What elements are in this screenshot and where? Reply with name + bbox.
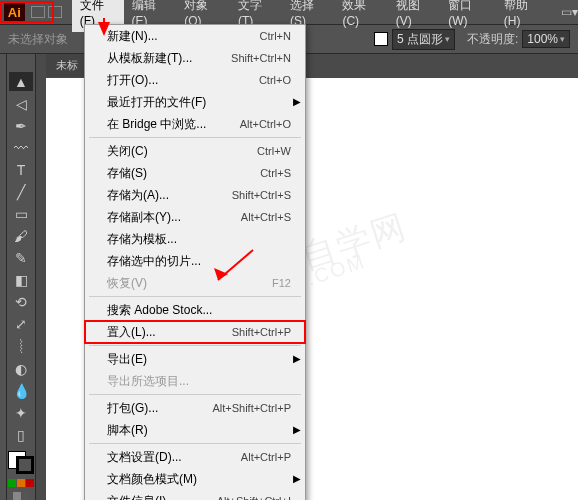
tool-panel: ▲ ◁ ✒ 〰 T ╱ ▭ 🖌 ✎ ◧ ⟲ ⤢ ⦚ ◐ 💧 ✦ ▯: [6, 54, 36, 500]
selection-status: 未选择对象: [8, 31, 68, 48]
stroke-swatch-tool[interactable]: [16, 456, 34, 474]
menu-item-3[interactable]: 最近打开的文件(F)▶: [85, 91, 305, 113]
menu-item-24[interactable]: 文档颜色模式(M)▶: [85, 468, 305, 490]
stroke-field[interactable]: 5 点圆形▾: [374, 29, 455, 50]
rotate-tool[interactable]: ⟲: [9, 293, 33, 312]
menu-item-20[interactable]: 打包(G)...Alt+Shift+Ctrl+P: [85, 397, 305, 419]
fill-stroke-control[interactable]: [8, 451, 34, 474]
eraser-tool[interactable]: ◧: [9, 271, 33, 290]
menu-item-10[interactable]: 存储为模板...: [85, 228, 305, 250]
screen-mode-row[interactable]: [13, 492, 30, 500]
workspace-switcher[interactable]: ▭▾: [561, 5, 578, 19]
color-mode-row[interactable]: [8, 479, 34, 487]
graph-tool[interactable]: ▯: [9, 425, 33, 444]
stroke-swatch[interactable]: [374, 32, 388, 46]
opacity-field[interactable]: 不透明度: 100%▾: [467, 30, 570, 48]
menu-effect[interactable]: 效果(C): [334, 0, 387, 32]
paintbrush-tool[interactable]: 🖌: [9, 227, 33, 246]
menu-help[interactable]: 帮助(H): [496, 0, 549, 32]
document-tab[interactable]: 未标: [46, 54, 88, 77]
menu-view[interactable]: 视图(V): [388, 0, 441, 32]
menu-item-25[interactable]: 文件信息(I)...Alt+Shift+Ctrl+I: [85, 490, 305, 500]
eyedropper-tool[interactable]: 💧: [9, 381, 33, 400]
scale-tool[interactable]: ⤢: [9, 315, 33, 334]
menu-item-11[interactable]: 存储选中的切片...: [85, 250, 305, 272]
rectangle-tool[interactable]: ▭: [9, 204, 33, 223]
menu-window[interactable]: 窗口(W): [440, 0, 496, 32]
opacity-label: 不透明度:: [467, 31, 518, 48]
menu-item-9[interactable]: 存储副本(Y)...Alt+Ctrl+S: [85, 206, 305, 228]
menu-item-21[interactable]: 脚本(R)▶: [85, 419, 305, 441]
menu-item-1[interactable]: 从模板新建(T)...Shift+Ctrl+N: [85, 47, 305, 69]
menu-item-2[interactable]: 打开(O)...Ctrl+O: [85, 69, 305, 91]
menu-item-0[interactable]: 新建(N)...Ctrl+N: [85, 25, 305, 47]
menu-item-23[interactable]: 文档设置(D)...Alt+Ctrl+P: [85, 446, 305, 468]
file-menu-dropdown: 新建(N)...Ctrl+N从模板新建(T)...Shift+Ctrl+N打开(…: [84, 24, 306, 500]
menu-item-7[interactable]: 存储(S)Ctrl+S: [85, 162, 305, 184]
pencil-tool[interactable]: ✎: [9, 249, 33, 268]
menu-item-12: 恢复(V)F12: [85, 272, 305, 294]
menu-item-17[interactable]: 导出(E)▶: [85, 348, 305, 370]
curvature-tool[interactable]: 〰: [9, 138, 33, 157]
menu-item-6[interactable]: 关闭(C)Ctrl+W: [85, 140, 305, 162]
symbol-tool[interactable]: ✦: [9, 403, 33, 422]
type-tool[interactable]: T: [9, 160, 33, 179]
annotation-highlight-menu: [0, 1, 54, 23]
selection-tool[interactable]: ▲: [9, 72, 33, 91]
line-tool[interactable]: ╱: [9, 182, 33, 201]
title-bar: Ai 文件(F) 编辑(E) 对象(O) 文字(T) 选择(S) 效果(C) 视…: [0, 0, 578, 24]
menu-item-4[interactable]: 在 Bridge 中浏览...Alt+Ctrl+O: [85, 113, 305, 135]
menu-item-18: 导出所选项目...: [85, 370, 305, 392]
direct-selection-tool[interactable]: ◁: [9, 94, 33, 113]
width-tool[interactable]: ⦚: [9, 337, 33, 356]
menu-item-15[interactable]: 置入(L)...Shift+Ctrl+P: [85, 321, 305, 343]
gradient-tool[interactable]: ◐: [9, 359, 33, 378]
menu-item-8[interactable]: 存储为(A)...Shift+Ctrl+S: [85, 184, 305, 206]
pen-tool[interactable]: ✒: [9, 116, 33, 135]
menu-item-14[interactable]: 搜索 Adobe Stock...: [85, 299, 305, 321]
